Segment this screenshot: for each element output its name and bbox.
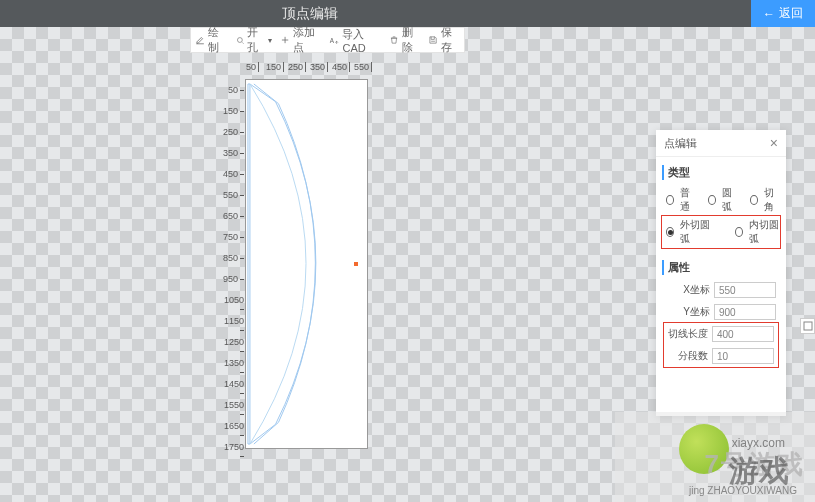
close-icon[interactable]: × [770,135,778,151]
back-arrow-icon: ← [763,7,775,21]
shape-canvas[interactable] [245,79,368,449]
ruler-h-tick: 150 [266,62,284,72]
ruler-h-tick: 550 [354,62,372,72]
svg-text:A: A [330,37,335,44]
panel-header: 点编辑 × [656,130,786,157]
top-bar: 顶点编辑 ← 返回 [0,0,815,27]
ruler-v-tick: 1050 [222,296,246,314]
svg-point-0 [237,38,242,43]
back-label: 返回 [779,5,803,22]
toolbar-draw[interactable]: 绘制 [191,25,231,55]
panel-icon [803,321,813,331]
toolbar: 绘制 开孔 ▾ 添加点 A 导入CAD 删除 保存 [190,27,465,53]
ruler-v-tick: 850 [223,254,246,263]
segments-input[interactable] [712,348,774,364]
ruler-v-tick: 1350 [222,359,246,377]
type-section: 类型 普通 圆弧 切角 外切圆弧 内切圆弧 [656,157,786,252]
toolbar-import-cad-label: 导入CAD [342,27,380,54]
radio-inner-arc[interactable] [735,227,743,237]
ruler-v-tick: 450 [223,170,246,179]
page-title: 顶点编辑 [282,5,338,23]
radio-normal-label: 普通 [680,186,696,214]
prop-segments-row: 分段数 [664,345,778,367]
radio-inner-arc-label: 内切圆弧 [749,218,780,246]
prop-y-row: Y坐标 [662,301,780,323]
y-input[interactable] [714,304,776,320]
import-icon: A [329,34,339,46]
toolbar-add-point[interactable]: 添加点 [276,25,325,55]
toolbar-delete-label: 删除 [402,25,421,55]
segments-label: 分段数 [668,349,708,363]
toolbar-hole[interactable]: 开孔 ▾ [231,25,277,55]
add-point-icon [280,34,290,46]
tangent-input[interactable] [712,326,774,342]
ruler-h-tick: 450 [332,62,350,72]
ruler-v-tick: 350 [223,149,246,158]
type-row-1: 普通 圆弧 切角 [662,184,780,216]
toolbar-save[interactable]: 保存 [424,25,464,55]
ruler-v-tick: 50 [228,86,246,95]
ruler-v-tick: 950 [223,275,246,284]
ruler-v-tick: 650 [223,212,246,221]
ruler-v-tick: 550 [223,191,246,200]
radio-outer-arc[interactable] [666,227,674,237]
prop-tangent-row: 切线长度 [664,323,778,345]
ruler-v-tick: 1550 [222,401,246,419]
x-input[interactable] [714,282,776,298]
ruler-v-tick: 750 [223,233,246,242]
y-label: Y坐标 [666,305,710,319]
radio-arc-label: 圆弧 [722,186,738,214]
highlighted-props: 切线长度 分段数 [664,323,778,367]
toolbar-draw-label: 绘制 [208,25,227,55]
toolbar-import-cad[interactable]: A 导入CAD [325,27,384,54]
toolbar-delete[interactable]: 删除 [385,25,425,55]
x-label: X坐标 [666,283,710,297]
selected-vertex[interactable] [354,262,358,266]
panel-title: 点编辑 [664,136,697,151]
type-section-label: 类型 [662,165,780,180]
props-section-label: 属性 [662,260,780,275]
ruler-h-tick: 350 [310,62,328,72]
radio-outer-arc-label: 外切圆弧 [680,218,711,246]
panel-bottom-spacer [656,371,786,416]
prop-x-row: X坐标 [662,279,780,301]
ruler-v-tick: 1450 [222,380,246,398]
ruler-v-tick: 1750 [222,443,246,461]
toolbar-add-point-label: 添加点 [293,25,321,55]
ruler-v-tick: 1250 [222,338,246,356]
radio-chamfer[interactable] [750,195,758,205]
side-toggle-button[interactable] [800,318,815,334]
props-section: 属性 X坐标 Y坐标 切线长度 分段数 [656,252,786,371]
radio-normal[interactable] [666,195,674,205]
svg-rect-2 [804,322,812,330]
ruler-v-tick: 1650 [222,422,246,440]
edit-icon [195,34,205,46]
chevron-down-icon: ▾ [268,36,272,45]
ruler-v-tick: 150 [223,107,246,116]
ruler-h-tick: 50 [246,62,259,72]
ruler-v-tick: 1150 [222,317,246,335]
type-row-2: 外切圆弧 内切圆弧 [662,216,780,248]
toolbar-save-label: 保存 [441,25,460,55]
radio-arc[interactable] [708,195,716,205]
delete-icon [389,34,399,46]
back-button[interactable]: ← 返回 [751,0,815,27]
save-icon [428,34,438,46]
hole-icon [235,34,245,46]
toolbar-hole-label: 开孔 [247,25,265,55]
point-edit-panel: 点编辑 × 类型 普通 圆弧 切角 外切圆弧 内切圆弧 属性 X坐标 Y坐标 [656,130,786,416]
ruler-horizontal: 50 150 250 350 450 550 [244,62,379,76]
ruler-v-tick: 250 [223,128,246,137]
shape-outline [246,80,367,448]
tangent-label: 切线长度 [668,327,708,341]
radio-chamfer-label: 切角 [764,186,780,214]
ruler-h-tick: 250 [288,62,306,72]
